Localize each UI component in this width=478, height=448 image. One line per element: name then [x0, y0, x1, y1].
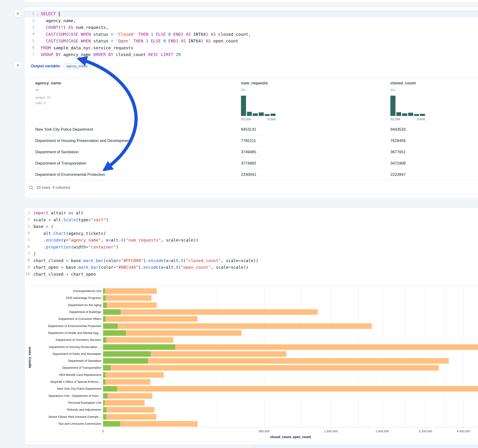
code-token: =: [228, 265, 231, 270]
table-row[interactable]: Department of Environmental Protection22…: [25, 169, 478, 180]
code-line[interactable]: 3 COUNT(*) AS num_requests,: [25, 24, 478, 31]
code-token: .: [33, 238, 46, 243]
y-tick: [102, 340, 103, 340]
code-token: "sqrt": [91, 217, 106, 222]
code-token: "open_count": [181, 265, 211, 270]
y-axis-label: Department of Transportation: [26, 366, 101, 369]
histogram: [241, 96, 276, 116]
code-line[interactable]: 4 CAST(SUM(CASE WHEN status = 'Closed' T…: [25, 31, 478, 38]
code-token: ): [63, 25, 69, 30]
code-token: (: [178, 265, 181, 270]
table-row[interactable]: Department of Housing Preservation and D…: [25, 135, 478, 146]
add-cell-button[interactable]: +: [14, 61, 22, 69]
code-line[interactable]: 6 .properties(width="container"): [25, 244, 478, 250]
search-icon[interactable]: [29, 185, 33, 190]
table-row[interactable]: Department of Sanitation37494853677651: [25, 146, 478, 158]
output-variable-label: Output variable:: [31, 64, 61, 68]
gridline: [301, 288, 301, 427]
code-token: encode: [149, 258, 164, 263]
code-line[interactable]: 8chart_closed = base.mark_bar(color="#FF…: [25, 257, 478, 264]
table-cell: 7618456: [390, 138, 406, 143]
code-token: base.: [63, 265, 78, 270]
code-line[interactable]: 6FROM sample_data.nyc.service_requests: [25, 44, 478, 51]
code-token: =: [48, 217, 51, 222]
bar-closed_count: [103, 316, 198, 322]
histogram-range: 53,3049.5e6: [241, 117, 276, 121]
code-token: 'Closed': [116, 32, 136, 37]
bar-open_count: [103, 358, 148, 364]
y-axis-label: HRA Benefit Card Replacement: [26, 373, 101, 377]
x-axis-label: 4,000,000: [457, 429, 470, 433]
code-line[interactable]: 9chart_open = base.mark_bar(color="#8BC3…: [25, 264, 478, 271]
add-cell-button[interactable]: +: [14, 9, 22, 18]
bar-closed_count: [103, 393, 152, 399]
code-token: [148, 32, 151, 37]
output-variable-tag[interactable]: agency_tickets: [64, 63, 89, 69]
code-line[interactable]: 10chart_closed + chart_open: [25, 271, 478, 278]
code-token: agency_name: [61, 52, 93, 57]
code-token: [41, 25, 46, 30]
table-footer: 20 rows, 4 columns: [25, 180, 478, 194]
bar-open_count: [103, 393, 107, 399]
column-name[interactable]: closed_count: [390, 81, 416, 86]
code-token: properties: [46, 244, 71, 249]
code-token: (color: [98, 265, 113, 270]
sql-code-editor[interactable]: 1⌄SELECT 2 agency_name,3 COUNT(*) AS num…: [25, 10, 478, 58]
code-token: =: [119, 258, 121, 263]
table-row[interactable]: Department of Transportation377489234719…: [25, 158, 478, 169]
text-cursor: [59, 12, 59, 16]
code-text: chart_closed = base.mark_bar(color="#FFC…: [33, 258, 258, 263]
code-line[interactable]: 2scale = alt.Scale(type="sqrt"): [25, 216, 478, 223]
code-token: scale)): [231, 265, 248, 270]
code-token: [153, 32, 156, 37]
code-token: agency_name,: [41, 18, 76, 23]
histogram-bar: [241, 96, 246, 116]
code-token: X: [176, 265, 178, 270]
code-token: (: [183, 258, 186, 263]
code-line[interactable]: 4 alt.Chart(agency_tickets): [25, 230, 478, 237]
chart-card: Correspondence UnitDHS Advantage Program…: [25, 285, 478, 442]
code-token: 0: [168, 32, 171, 37]
code-token: chart_open: [69, 272, 96, 277]
code-text: base = (: [33, 224, 53, 229]
y-axis-label: Department of Homeless Services: [26, 338, 101, 342]
code-line[interactable]: 7GROUP BY agency_name ORDER BY closed_co…: [25, 51, 478, 58]
column-name[interactable]: num_requests: [241, 81, 268, 86]
code-line[interactable]: 5 .encode(y="agency_name", x=alt.X("num_…: [25, 237, 478, 244]
code-text: scale = alt.Scale(type="sqrt"): [33, 217, 108, 222]
y-axis-label: Senior Citizen Rent Increase Exempti…: [26, 415, 101, 418]
code-token: AS: [211, 32, 216, 37]
code-token: , scale: [211, 265, 228, 270]
code-token: mark_bar: [78, 265, 98, 270]
table-row[interactable]: New York City Police Department945313194…: [25, 124, 478, 135]
code-token: alt.: [166, 265, 176, 270]
code-line[interactable]: 1⌄SELECT: [25, 10, 478, 17]
python-code-editor[interactable]: 1import altair as alt2scale = alt.Scale(…: [25, 210, 478, 277]
code-line[interactable]: 1import altair as alt: [25, 210, 478, 216]
code-token: chart_open: [33, 265, 61, 270]
bar-open_count: [103, 414, 106, 420]
bar-open_count: [103, 295, 106, 301]
code-token: "agency_name": [69, 238, 101, 243]
code-line[interactable]: 2 agency_name,: [25, 17, 478, 24]
code-token: open_count: [211, 38, 238, 43]
table-cell: 2240041: [241, 172, 256, 177]
gridline: [382, 288, 383, 427]
code-token: INT64): [191, 32, 211, 37]
bar-open_count: [103, 407, 106, 412]
code-line[interactable]: 7): [25, 250, 478, 257]
column-name[interactable]: agency_name: [35, 81, 61, 86]
code-token: .: [33, 244, 46, 249]
bar-open_count: [103, 302, 107, 308]
bar-open_count: [103, 386, 117, 392]
code-text: SELECT: [41, 11, 59, 17]
collapse-chevron-icon[interactable]: ⌄: [30, 225, 33, 228]
code-token: sample_data.nyc.service_requests: [51, 45, 133, 50]
collapse-chevron-icon[interactable]: ⌄: [34, 12, 41, 15]
notebook-page: + + 1⌄SELECT 2 agency_name,3 COUNT(*) AS…: [0, 0, 478, 448]
code-line[interactable]: 3⌄base = (: [25, 223, 478, 230]
column-type: i64: [241, 88, 245, 92]
code-line[interactable]: 5 CAST(SUM(CASE WHEN status = 'Open' THE…: [25, 37, 478, 44]
code-token: =: [164, 265, 166, 270]
gridline: [264, 288, 264, 427]
